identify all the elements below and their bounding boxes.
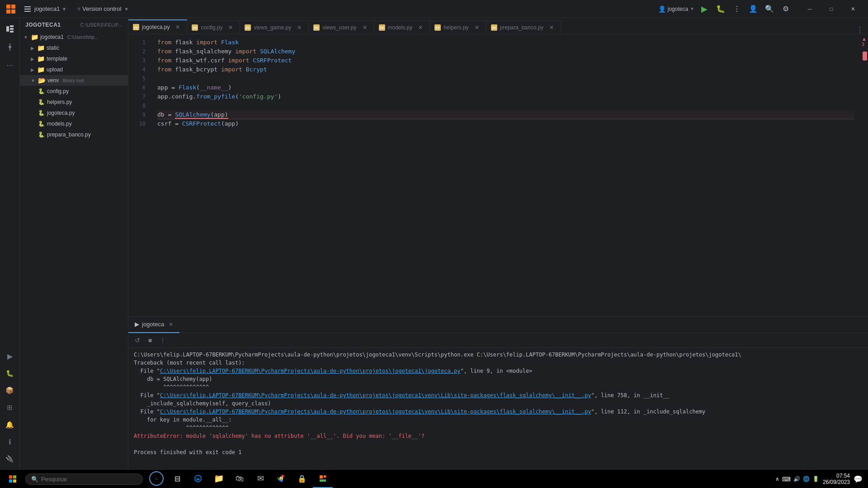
tree-item-upload[interactable]: ▶ 📁 upload xyxy=(20,64,128,75)
sidebar-item-more[interactable]: ··· xyxy=(2,57,18,73)
tab-prepara-icon: py xyxy=(491,24,497,31)
tab-models-close[interactable]: ✕ xyxy=(417,24,424,31)
tabs-more-button[interactable]: ⋮ xyxy=(852,25,868,34)
tab-views-user-close[interactable]: ✕ xyxy=(361,24,368,31)
tree-item-template[interactable]: ▶ 📁 template xyxy=(20,53,128,64)
error-count: ▲ 3 ∧ ∨ xyxy=(862,34,868,47)
tree-item-helpers[interactable]: 🐍 helpers.py xyxy=(20,97,128,108)
tree-item-config[interactable]: 🐍 config.py xyxy=(20,86,128,97)
run-output-line-10: ^^^^^^^^^^^^^ xyxy=(134,424,863,432)
taskbar-battery-icon[interactable]: 🔋 xyxy=(812,476,819,482)
code-line-6: app = Flask(__name__) xyxy=(157,83,854,92)
run-stop-button[interactable]: ■ xyxy=(145,335,156,346)
minimize-button[interactable]: ─ xyxy=(799,0,820,18)
taskbar-keyboard-icon[interactable]: ⌨ xyxy=(782,476,791,483)
tab-prepara-close[interactable]: ✕ xyxy=(548,24,555,31)
run-link-2[interactable]: C:\Users\felip.LAPTOP-67BERKUM\PycharmPr… xyxy=(160,392,591,399)
taskbar-mail[interactable]: ✉ xyxy=(250,470,270,488)
taskbar-start-button[interactable] xyxy=(2,470,24,488)
run-link-3[interactable]: C:\Users\felip.LAPTOP-67BERKUM\PycharmPr… xyxy=(160,408,591,415)
run-output-line-4: db = SQLAlchemy(app) xyxy=(134,375,863,383)
run-output-line-6: File "C:\Users\felip.LAPTOP-67BERKUM\Pyc… xyxy=(134,391,863,399)
svg-rect-18 xyxy=(320,475,323,479)
sidebar-item-packages[interactable]: 📦 xyxy=(2,382,18,399)
tree-item-prepara[interactable]: 🐍 prepara_banco.py xyxy=(20,129,128,140)
run-output[interactable]: C:\Users\felip.LAPTOP-67BERKUM\PycharmPr… xyxy=(128,348,868,470)
sidebar-item-project[interactable] xyxy=(2,21,18,37)
profile-name: 👤 jogoteca ▼ xyxy=(658,5,694,13)
run-output-line-7: _include_sqlalchemy(self, query_class) xyxy=(134,399,863,408)
settings-icon[interactable]: ⚙ xyxy=(779,3,792,15)
tree-item-models[interactable]: 🐍 models.py xyxy=(20,118,128,129)
close-button[interactable]: ✕ xyxy=(843,0,863,18)
sidebar-item-plugins[interactable]: 🔌 xyxy=(2,451,18,467)
tab-views-game-close[interactable]: ✕ xyxy=(296,24,303,31)
tab-jogoteca[interactable]: py jogoteca.py ✕ xyxy=(128,19,187,34)
venv-folder-icon: 📂 xyxy=(38,77,46,84)
taskbar-task-view[interactable]: ⊟ xyxy=(167,470,187,488)
taskbar-store[interactable]: 🛍 xyxy=(230,470,250,488)
hamburger-menu[interactable]: jogoteca1 ▼ xyxy=(21,4,70,14)
run-rerun-button[interactable]: ↺ xyxy=(132,335,143,346)
sidebar-item-layers[interactable]: ⊞ xyxy=(2,399,18,416)
sidebar-item-run2[interactable]: ▶ xyxy=(2,348,18,364)
tab-jogoteca-close[interactable]: ✕ xyxy=(174,23,181,31)
svg-rect-12 xyxy=(13,475,16,479)
editor-area: py jogoteca.py ✕ py config.py ✕ py views… xyxy=(128,18,868,470)
taskbar-network-icon[interactable]: 🌐 xyxy=(803,476,810,482)
taskbar-chrome[interactable] xyxy=(271,470,291,488)
tab-views-game[interactable]: py views_game.py ✕ xyxy=(240,20,309,34)
venv-chevron: ▼ xyxy=(31,78,35,83)
run-tab-run[interactable]: ▶ jogoteca ✕ xyxy=(128,317,179,333)
taskbar-cortana[interactable]: ○ xyxy=(146,470,166,488)
taskbar-security[interactable]: 🔒 xyxy=(292,470,312,488)
more-options-icon[interactable]: ⋮ xyxy=(731,3,743,15)
run-tab-label: jogoteca xyxy=(142,321,164,328)
left-icons-bottom: ▶ 🐛 📦 ⊞ 🔔 ℹ 🔌 xyxy=(2,347,18,468)
run-tab-close[interactable]: ✕ xyxy=(169,321,173,328)
run-link-1[interactable]: C:\Users\felip.LAPTOP-67BERKUM\PycharmPr… xyxy=(160,368,461,374)
prepara-label: prepara_banco.py xyxy=(47,131,91,138)
account-icon[interactable]: 👤 xyxy=(747,3,760,15)
sidebar-path: C:\Users\felip... xyxy=(80,23,123,28)
taskbar-time[interactable]: 07:54 26/09/2023 xyxy=(823,473,850,485)
tree-root[interactable]: ▼ 📁 jogoteca1 C:\Users\felip... xyxy=(20,32,128,42)
search-icon[interactable]: 🔍 xyxy=(763,3,776,15)
tab-config-close[interactable]: ✕ xyxy=(227,24,234,31)
tab-models[interactable]: py models.py ✕ xyxy=(374,20,430,34)
version-control-button[interactable]: ⑂ Version control ▼ xyxy=(74,4,132,14)
taskbar-search-input[interactable] xyxy=(41,476,132,483)
maximize-button[interactable]: □ xyxy=(821,0,842,18)
taskbar-date-value: 26/09/2023 xyxy=(823,479,850,485)
sidebar-item-info[interactable]: ℹ xyxy=(2,434,18,450)
tree-item-venv[interactable]: ▼ 📂 venv library root xyxy=(20,75,128,86)
run-more-button[interactable]: ⋮ xyxy=(157,335,168,346)
hamburger-icon xyxy=(24,6,31,12)
tree-item-static[interactable]: ▶ 📁 static xyxy=(20,42,128,53)
taskbar-sys-icons: ∧ ⌨ 🔊 🌐 🔋 xyxy=(775,476,819,483)
title-bar: jogoteca1 ▼ ⑂ Version control ▼ 👤 jogote… xyxy=(0,0,868,18)
tree-item-jogoteca[interactable]: 🐍 jogoteca.py xyxy=(20,108,128,118)
code-content[interactable]: from flask import Flask from flask_sqlal… xyxy=(150,34,862,316)
tab-config[interactable]: py config.py ✕ xyxy=(187,20,240,34)
taskbar-explorer[interactable]: 📁 xyxy=(209,470,229,488)
root-chevron: ▼ xyxy=(24,35,28,40)
tab-prepara[interactable]: py prepara_banco.py ✕ xyxy=(486,20,561,34)
tab-helpers-close[interactable]: ✕ xyxy=(473,24,481,31)
tab-views-user[interactable]: py views_user.py ✕ xyxy=(309,20,374,34)
run-button[interactable]: ▶ xyxy=(698,3,711,15)
sidebar-item-debug2[interactable]: 🐛 xyxy=(2,365,18,381)
sidebar-item-notifications[interactable]: 🔔 xyxy=(2,417,18,433)
code-line-5 xyxy=(157,74,854,83)
taskbar-edge[interactable] xyxy=(188,470,208,488)
debug-icon[interactable]: 🐛 xyxy=(714,3,727,15)
static-chevron: ▶ xyxy=(31,46,34,51)
taskbar-notification-icon[interactable]: 💬 xyxy=(854,475,863,483)
models-file-icon: 🐍 xyxy=(38,121,45,127)
taskbar-pycharm[interactable] xyxy=(313,470,333,488)
taskbar-search-bar[interactable]: 🔍 xyxy=(25,474,143,485)
taskbar-volume-icon[interactable]: 🔊 xyxy=(793,476,800,482)
taskbar-arrow-icon[interactable]: ∧ xyxy=(775,476,779,482)
sidebar-item-commit[interactable] xyxy=(2,39,18,55)
tab-helpers[interactable]: py helpers.py ✕ xyxy=(430,20,486,34)
